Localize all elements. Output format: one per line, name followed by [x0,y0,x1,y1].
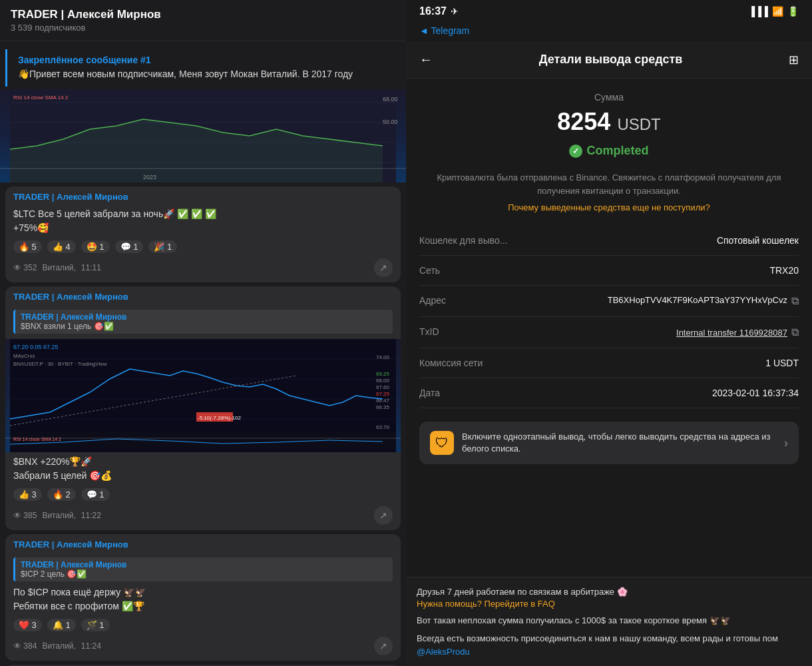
fee-row: Комиссия сети 1 USDT [419,348,799,378]
reaction[interactable]: 💬 1 [81,488,110,501]
txid-label: TxID [419,326,439,337]
message-3: TRADER | Алексей Мирнов TRADER | Алексей… [5,534,401,661]
share-button-3[interactable]: ↗ [374,637,393,655]
quoted-name-3: TRADER | Алексей Мирнов [21,560,387,569]
telegram-back-link[interactable]: ◄ Telegram [419,25,469,36]
network-value: TRX20 [769,265,799,276]
msg3-text: По $ICP пока ещё держу 🦅🦅Ребятки все с п… [13,585,393,613]
message-1: TRADER | Алексей Мирнов $LTC Все 5 целей… [5,186,401,282]
msg3-body: TRADER | Алексей Мирнов $ICP 2 цель 🎯✅ П… [5,552,401,616]
msg1-time: 11:11 [81,263,101,272]
wallet-value: Спотовый кошелек [717,235,799,246]
address-row: Адрес TB6XHopTVV4K7F9KoAPT3aY37YYHxVpCvz… [419,286,799,317]
svg-text:MAsCrss: MAsCrss [13,353,35,359]
amount-value: 8254 USDT [419,108,799,136]
bottom-line-2: Вот такая неплохая сумма получилась с 10… [417,614,801,627]
bottom-line-1: Друзья 7 дней работаем по связкам в арби… [417,585,801,599]
msg3-reactions: ❤️ 3 🔔 1 🪄 1 [5,616,401,634]
wallet-label: Кошелек для выво... [419,235,508,246]
reaction[interactable]: 🤩 1 [81,240,110,253]
status-time: 16:37 [419,5,447,17]
msg2-author: Виталий, [42,511,75,520]
subscribers-count: 3 539 подписчиков [11,23,395,33]
network-label: Сеть [419,265,440,276]
quoted-text-3: $ICP 2 цель 🎯✅ [21,569,387,579]
svg-text:-5.10(-7.28%)-102: -5.10(-7.28%)-102 [198,415,241,421]
svg-text:50.00: 50.00 [383,119,398,125]
reaction[interactable]: 🎉 1 [148,240,177,253]
msg3-header: TRADER | Алексей Мирнов [5,534,401,552]
msg2-quote: TRADER | Алексей Мирнов $BNX взяли 1 цел… [13,310,393,334]
msg2-meta: 👁 385 Виталий, 11:22 ↗ [5,503,401,530]
phone-nav: ◄ Telegram [406,23,812,41]
status-bar: 16:37 ✈ ▐▐▐ 📶 🔋 [406,0,812,23]
msg3-quote: TRADER | Алексей Мирнов $ICP 2 цель 🎯✅ [13,557,393,581]
reaction[interactable]: 🔥 2 [47,488,76,501]
binance-panel: 16:37 ✈ ▐▐▐ 📶 🔋 ◄ Telegram ← Детали выво… [406,0,812,666]
fee-label: Комиссия сети [419,358,483,368]
svg-text:RSI 14 close SMA 14 2: RSI 14 close SMA 14 2 [13,95,69,101]
reaction[interactable]: 👍 4 [47,240,76,253]
msg1-text: $LTC Все 5 целей забрали за ночь🚀 ✅ ✅ ✅+… [13,207,393,235]
txid-value: Internal transfer 1169928087 ⧉ [676,326,799,338]
share-button-2[interactable]: ↗ [374,506,393,525]
bottom-faq-link[interactable]: Нужна помощь? Перейдите в FAQ [417,599,801,609]
battery-icon: 🔋 [787,6,799,17]
msg2-views: 👁 385 [13,511,37,520]
shield-icon: 🛡 [430,431,454,455]
copy-address-icon[interactable]: ⧉ [791,295,799,307]
chart-image-1: 68.00 50.00 RSI 14 close SMA 14 2 2023 [0,89,406,182]
reaction[interactable]: 👍 3 [13,488,42,501]
msg2-body: TRADER | Алексей Мирнов $BNX взяли 1 цел… [5,304,401,339]
svg-text:69.25: 69.25 [376,371,390,377]
check-icon: ✓ [569,145,582,158]
help-link[interactable]: Почему выведенные средства еще не поступ… [419,202,799,212]
mention[interactable]: @AleksProdu [417,647,470,657]
messages-list: Закреплённое сообщение #1 👋Привет всем н… [0,41,406,666]
reaction[interactable]: 🔔 1 [47,619,76,631]
msg3-time: 11:24 [81,641,101,651]
signal-icon: ▐▐▐ [748,6,768,17]
chart-image-2: 67.20 0.05 67.25 MAsCrss BNXUSDT.P · 30 … [5,339,401,452]
telegram-panel: TRADER | Алексей Мирнов 3 539 подписчико… [0,0,406,666]
promo-text: Включите одноэтапный вывод, чтобы легко … [462,431,776,455]
msg1-header: TRADER | Алексей Мирнов [5,186,401,204]
info-text: Криптовалюта была отправлена с Binance. … [419,171,799,197]
msg3-meta: 👁 384 Виталий, 11:24 ↗ [5,634,401,661]
svg-text:67.25: 67.25 [376,391,390,397]
expand-icon[interactable]: ⊞ [789,53,799,67]
svg-text:68.00: 68.00 [383,96,398,103]
msg2-time: 11:22 [81,511,101,520]
pinned-text: 👋Привет всем новым подписчикам, Меня зов… [18,68,390,81]
txid-row: TxID Internal transfer 1169928087 ⧉ [419,317,799,348]
msg1-body: $LTC Все 5 целей забрали за ночь🚀 ✅ ✅ ✅+… [5,204,401,238]
reaction[interactable]: 💬 1 [115,240,144,253]
quoted-text: $BNX взяли 1 цель 🎯✅ [21,322,387,331]
copy-txid-icon[interactable]: ⧉ [791,326,799,338]
promo-banner[interactable]: 🛡 Включите одноэтапный вывод, чтобы легк… [419,422,799,464]
message-2: TRADER | Алексей Мирнов TRADER | Алексей… [5,286,401,530]
reaction[interactable]: 🪄 1 [81,619,110,631]
back-arrow-icon[interactable]: ← [419,52,433,67]
msg2-header: TRADER | Алексей Мирнов [5,286,401,304]
msg1-meta: 👁 352 Виталий, 11:11 ↗ [5,256,401,282]
location-icon: ✈ [451,6,459,17]
wallet-row: Кошелек для выво... Спотовый кошелек [419,226,799,256]
bottom-line-3: Всегда есть возможность присоединиться к… [417,632,801,658]
reaction[interactable]: 🔥 5 [13,240,42,253]
msg3-views: 👁 384 [13,641,37,651]
amount-label: Сумма [419,92,799,103]
share-button-1[interactable]: ↗ [374,258,393,277]
msg2-text: $BNX +220%🏆🚀Забрали 5 целей 🎯💰 [13,455,393,483]
bottom-chat: Друзья 7 дней работаем по связкам в арби… [406,577,812,666]
fee-value: 1 USDT [765,358,799,368]
address-value: TB6XHopTVV4K7F9KoAPT3aY37YYHxVpCvz ⧉ [608,295,799,307]
date-label: Дата [419,388,440,398]
msg2-text-body: $BNX +220%🏆🚀Забрали 5 целей 🎯💰 [5,452,401,486]
svg-text:67.60: 67.60 [376,384,390,390]
svg-text:BNXUSDT.P · 30 · BYBIT · Tradi: BNXUSDT.P · 30 · BYBIT · TradingView [13,361,107,367]
svg-text:74.00: 74.00 [376,354,390,360]
reaction[interactable]: ❤️ 3 [13,619,42,631]
svg-text:67.20 0.05 67.25: 67.20 0.05 67.25 [13,344,59,350]
address-label: Адрес [419,295,446,306]
